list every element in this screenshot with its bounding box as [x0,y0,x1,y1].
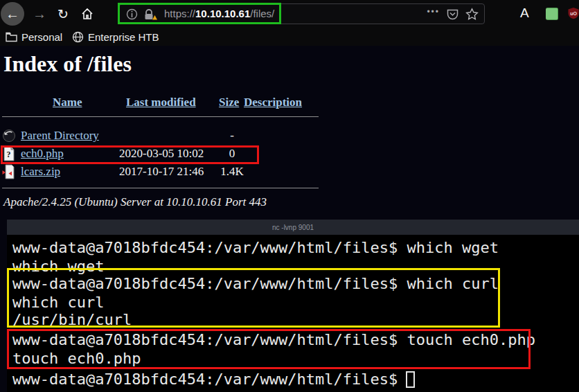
terminal-line: www-data@a7018bfdc454:/var/www/html/file… [12,332,535,348]
extension-a-icon[interactable]: A [520,6,529,21]
url-path: /files/ [250,8,274,19]
table-row-ech0-php: ? ech0.php 2020-03-05 10:02 0 [0,146,326,163]
browser-toolbar: ← → ↻ https://10.10.10.61/files/ ••• A [0,0,579,28]
ublock-origin-icon[interactable]: uO [567,7,579,19]
bookmark-label: Personal [21,31,62,43]
table-row-lcars-zip: lcars.zip 2017-10-17 21:46 1.4K [0,164,326,181]
file-size: 1.4K [211,165,253,179]
server-signature: Apache/2.4.25 (Ubuntu) Server at 10.10.1… [3,195,267,209]
parent-directory-link[interactable]: Parent Directory [21,129,99,143]
parent-directory-icon [2,128,16,143]
terminal-title: nc -lvnp 9001 [272,224,314,231]
bookmarks-bar: Personal Enterprise HTB [0,28,579,46]
terminal-line: /usr/bin/curl [12,312,132,328]
terminal-line: www-data@a7018bfdc454:/var/www/html/file… [12,240,499,256]
terminal-titlebar[interactable]: nc -lvnp 9001 [7,220,579,235]
home-icon [80,7,94,21]
svg-text:uO: uO [570,11,577,16]
back-button[interactable]: ← [1,2,24,26]
column-description-link[interactable]: Description [244,96,302,109]
home-button[interactable] [76,0,98,28]
terminal-prompt-line: www-data@a7018bfdc454:/var/www/html/file… [12,371,415,388]
url-host: 10.10.10.61 [195,8,250,19]
column-last-modified-link[interactable]: Last modified [126,96,196,109]
globe-icon [72,31,84,43]
url-bar[interactable]: https://10.10.10.61/files/ ••• [119,3,485,24]
bookmark-label: Enterprise HTB [88,31,159,43]
bookmark-star-icon[interactable] [465,8,479,21]
terminal-window[interactable]: nc -lvnp 9001 www-data@a7018bfdc454:/var… [7,220,579,392]
refresh-button[interactable]: ↻ [53,0,73,28]
site-info-icon[interactable] [126,8,138,20]
file-size: 0 [211,147,253,161]
file-modified: 2020-03-05 10:02 [119,147,204,161]
pocket-icon[interactable] [446,8,459,21]
bookmark-enterprise-htb[interactable]: Enterprise HTB [72,28,159,46]
lcars-zip-link[interactable]: lcars.zip [21,165,60,179]
unknown-file-icon: ? [2,146,16,161]
divider [2,116,319,117]
svg-text:?: ? [7,150,11,159]
table-row-parent-directory: Parent Directory - [0,128,326,145]
ech0-php-link[interactable]: ech0.php [21,147,64,161]
terminal-line: which wget [12,258,104,275]
back-icon: ← [6,6,19,22]
divider [2,188,319,188]
bookmark-personal[interactable]: Personal [6,28,62,46]
column-name-link[interactable]: Name [53,96,82,109]
compressed-file-icon [2,164,16,179]
file-size: - [211,129,253,143]
column-size-link[interactable]: Size [219,96,239,109]
terminal-line: which curl [12,294,104,311]
terminal-line: www-data@a7018bfdc454:/var/www/html/file… [12,276,499,292]
file-modified: 2017-10-17 21:46 [119,165,204,179]
terminal-line: touch ech0.php [12,350,141,367]
directory-listing-page: Index of /files Name Last modified Size … [0,46,579,220]
forward-button[interactable]: → [29,0,50,28]
terminal-cursor [406,371,415,388]
folder-icon [6,32,17,42]
page-title: Index of /files [3,51,132,77]
terminal-prompt: www-data@a7018bfdc454:/var/www/html/file… [12,371,398,388]
url-text: https://10.10.10.61/files/ [164,8,274,19]
url-scheme: https:// [164,8,195,19]
insecure-lock-icon[interactable] [143,8,157,21]
page-actions-icon[interactable]: ••• [427,7,440,17]
refresh-icon: ↻ [57,6,69,22]
extension-grid-icon[interactable] [546,8,558,20]
forward-icon: → [33,6,46,22]
